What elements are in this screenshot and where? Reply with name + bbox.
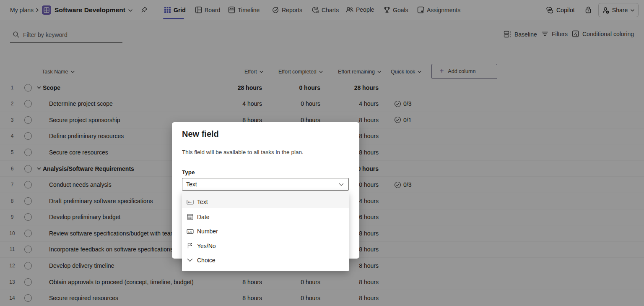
svg-text:Abc: Abc bbox=[188, 201, 192, 204]
svg-text:123: 123 bbox=[188, 230, 192, 233]
